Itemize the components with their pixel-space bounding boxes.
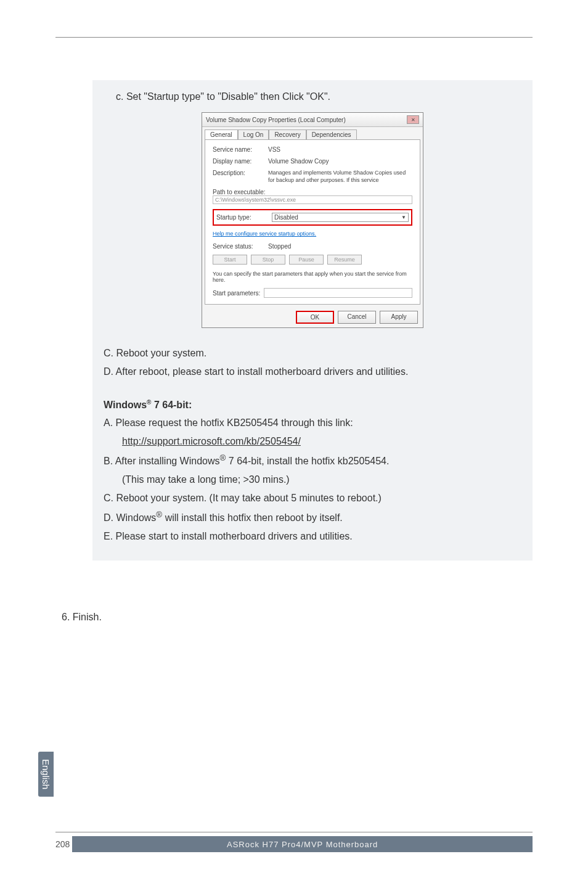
- service-status-label: Service status:: [213, 243, 268, 250]
- startup-type-select[interactable]: Disabled ▼: [272, 213, 409, 222]
- display-name-label: Display name:: [213, 158, 268, 165]
- start-params-input[interactable]: [264, 288, 412, 298]
- footer-divider: [55, 832, 533, 832]
- display-name-value: Volume Shadow Copy: [268, 158, 412, 165]
- service-status-value: Stopped: [268, 243, 412, 250]
- path-value: C:\Windows\system32\vssvc.exe: [213, 195, 412, 204]
- path-label: Path to executable:: [213, 189, 412, 195]
- tab-recovery[interactable]: Recovery: [269, 129, 306, 139]
- win64-step-b: B. After installing Windows® 7 64-bit, i…: [104, 451, 521, 469]
- stop-button[interactable]: Stop: [251, 255, 285, 265]
- service-name-label: Service name:: [213, 146, 268, 153]
- step-c-title: c. Set "Startup type" to "Disable" then …: [116, 91, 521, 102]
- pause-button[interactable]: Pause: [289, 255, 324, 265]
- tab-general[interactable]: General: [205, 129, 238, 139]
- start-params-hint: You can specify the start parameters tha…: [213, 271, 412, 283]
- win64-step-e: E. Please start to install motherboard d…: [104, 528, 521, 544]
- description-label: Description:: [213, 170, 268, 176]
- start-params-label: Start parameters:: [213, 290, 260, 297]
- help-link[interactable]: Help me configure service startup option…: [213, 231, 412, 237]
- top-divider: [55, 37, 533, 38]
- page-number: 208: [55, 839, 70, 849]
- step-install-drivers: D. After reboot, please start to install…: [104, 364, 521, 380]
- win64-heading: Windows® 7 64-bit:: [104, 397, 521, 413]
- dialog-title: Volume Shadow Copy Properties (Local Com…: [206, 117, 346, 123]
- hotfix-link[interactable]: http://support.microsoft.com/kb/2505454/: [122, 436, 301, 446]
- win64-step-d: D. Windows® will install this hotfix the…: [104, 508, 521, 526]
- dialog-tabs: General Log On Recovery Dependencies: [202, 127, 423, 139]
- step-reboot: C. Reboot your system.: [104, 345, 521, 361]
- start-button[interactable]: Start: [213, 255, 247, 265]
- cancel-button[interactable]: Cancel: [338, 311, 376, 324]
- step-list: C. Reboot your system. D. After reboot, …: [104, 345, 521, 544]
- language-tab: English: [38, 752, 54, 797]
- properties-dialog: Volume Shadow Copy Properties (Local Com…: [202, 112, 423, 328]
- dialog-titlebar: Volume Shadow Copy Properties (Local Com…: [202, 113, 423, 127]
- startup-type-highlight: Startup type: Disabled ▼: [213, 209, 412, 226]
- footer-bar: ASRock H77 Pro4/MVP Motherboard: [72, 836, 533, 852]
- dialog-screenshot: Volume Shadow Copy Properties (Local Com…: [104, 112, 521, 328]
- win64-step-b-note: (This may take a long time; >30 mins.): [122, 472, 521, 488]
- startup-type-value: Disabled: [274, 214, 298, 221]
- startup-type-label: Startup type:: [216, 214, 272, 221]
- step-finish: 6. Finish.: [62, 612, 102, 623]
- description-value: Manages and implements Volume Shadow Cop…: [268, 170, 412, 184]
- page-footer: 208 ASRock H77 Pro4/MVP Motherboard: [55, 832, 533, 852]
- close-icon[interactable]: ✕: [407, 115, 419, 124]
- tab-logon[interactable]: Log On: [238, 129, 269, 139]
- resume-button[interactable]: Resume: [327, 255, 362, 265]
- instruction-panel: c. Set "Startup type" to "Disable" then …: [92, 80, 533, 561]
- service-name-value: VSS: [268, 146, 412, 153]
- dialog-footer: OK Cancel Apply: [202, 307, 423, 327]
- win64-step-c: C. Reboot your system. (It may take abou…: [104, 490, 521, 506]
- dialog-body: Service name: VSS Display name: Volume S…: [205, 139, 420, 305]
- win64-step-a: A. Please request the hotfix KB2505454 t…: [104, 415, 521, 431]
- apply-button[interactable]: Apply: [380, 311, 418, 324]
- ok-button[interactable]: OK: [296, 311, 334, 324]
- chevron-down-icon: ▼: [401, 215, 406, 220]
- tab-dependencies[interactable]: Dependencies: [306, 129, 357, 139]
